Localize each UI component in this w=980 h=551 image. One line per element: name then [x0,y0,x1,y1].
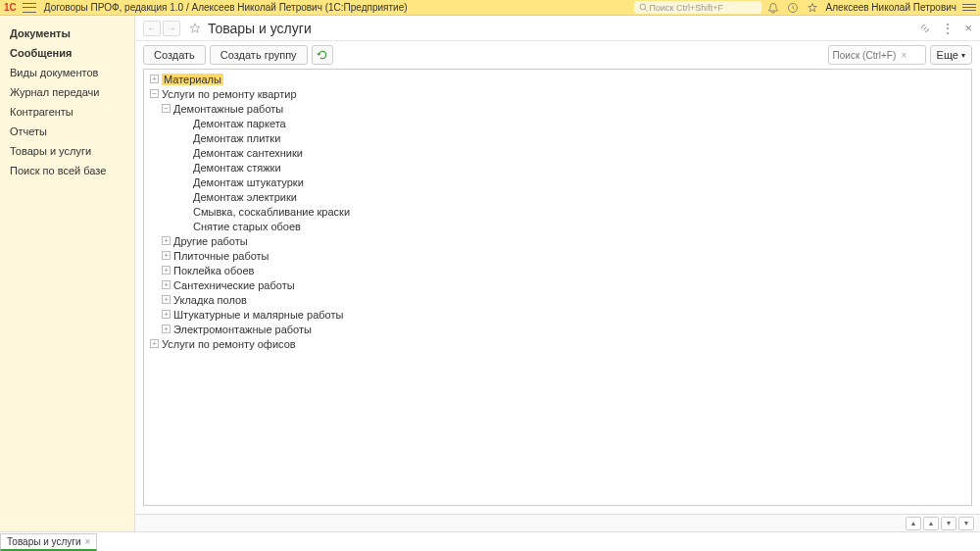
tree-item[interactable]: Смывка, соскабливание краски [144,204,971,219]
tree-item-label: Снятие старых обоев [193,221,301,232]
scroll-down-button[interactable]: ▾ [941,517,956,530]
tree-item[interactable]: Другие работы [144,233,971,248]
tree-item-label: Другие работы [173,235,248,247]
tree-item[interactable]: Демонтаж паркета [144,116,971,130]
tree-item[interactable]: Материалы [144,72,971,86]
sidebar-item[interactable]: Виды документов [0,63,134,82]
link-icon[interactable] [919,23,931,34]
sidebar-item[interactable]: Контрагенты [0,102,134,122]
tree-spacer [181,222,190,230]
page-title: Товары и услуги [208,21,312,36]
refresh-icon [317,49,328,61]
tree-expander-icon[interactable] [162,295,171,304]
search-icon [639,3,648,12]
tree-item-label: Штукатурные и малярные работы [173,309,343,321]
title-bar: 1C Договоры ПРОФ, редакция 1.0 / Алексее… [0,0,980,16]
toolbar: Создать Создать группу × Еще ▾ [135,41,980,69]
tree-item[interactable]: Демонтаж электрики [144,189,971,204]
tree-expander-icon[interactable] [150,339,159,348]
nav-forward-button[interactable]: → [163,21,180,36]
current-user[interactable]: Алексеев Николай Петрович [826,2,956,13]
tree-spacer [181,207,190,216]
tree-item[interactable]: Услуги по ремонту офисов [144,336,971,351]
star-icon[interactable] [807,2,818,14]
tree-item[interactable]: Демонтаж штукатурки [144,175,971,189]
tab-bar: Товары и услуги × [0,531,980,551]
tree-item[interactable]: Укладка полов [144,292,971,307]
tree-view[interactable]: МатериалыУслуги по ремонту квартирДемонт… [143,69,972,506]
tree-item-label: Материалы [162,74,223,85]
status-bar: ▴ ▴ ▾ ▾ [135,514,980,531]
sidebar-item[interactable]: Сообщения [0,43,134,63]
global-search[interactable]: Поиск Ctrl+Shift+F [634,1,761,14]
tree-item[interactable]: Снятие старых обоев [144,219,971,233]
refresh-button[interactable] [312,45,333,65]
tree-item-label: Демонтаж штукатурки [193,176,304,188]
tree-expander-icon[interactable] [150,75,159,83]
tree-item-label: Демонтаж электрики [193,191,297,203]
tree-expander-icon[interactable] [150,89,159,98]
more-button[interactable]: Еще ▾ [930,45,972,65]
tree-expander-icon[interactable] [162,310,171,319]
tree-item[interactable]: Сантехнические работы [144,277,971,292]
tree-item-label: Электромонтажные работы [173,324,312,335]
tree-item[interactable]: Демонтаж стяжки [144,160,971,175]
svg-point-0 [640,4,646,10]
more-menu-icon[interactable]: ⋮ [941,21,955,36]
create-button[interactable]: Создать [143,45,206,65]
tree-item-label: Демонтаж паркета [193,118,286,129]
tab-close-icon[interactable]: × [85,536,91,547]
sidebar-item[interactable]: Отчеты [0,122,134,141]
tree-item-label: Демонтаж сантехники [193,147,303,159]
nav-back-button[interactable]: ← [143,21,161,36]
tree-expander-icon[interactable] [162,266,171,275]
tree-item-label: Услуги по ремонту квартир [162,88,297,100]
bell-icon[interactable] [767,2,779,14]
sidebar-item[interactable]: Журнал передачи [0,82,134,102]
tree-expander-icon[interactable] [162,104,171,113]
tree-item[interactable]: Плиточные работы [144,248,971,263]
svg-line-1 [645,9,647,11]
scroll-up-button[interactable]: ▴ [923,517,939,530]
tree-item[interactable]: Штукатурные и малярные работы [144,307,971,322]
app-logo: 1C [4,2,17,13]
tree-item-label: Демонтаж стяжки [193,162,281,174]
tree-item-label: Поклейка обоев [173,265,254,276]
list-search-input[interactable] [833,50,902,61]
scroll-top-button[interactable]: ▴ [906,517,921,530]
tree-spacer [181,119,190,127]
favorite-star-icon[interactable] [188,22,202,35]
tree-spacer [181,133,190,142]
tree-spacer [181,177,190,186]
tree-expander-icon[interactable] [162,251,171,260]
settings-menu-icon[interactable] [962,4,976,11]
clear-search-icon[interactable]: × [902,50,907,61]
tab-label: Товары и услуги [7,536,81,547]
tree-item[interactable]: Демонтаж сантехники [144,145,971,160]
tab-goods-services[interactable]: Товары и услуги × [0,533,97,551]
tree-expander-icon[interactable] [162,280,171,289]
create-group-button[interactable]: Создать группу [210,45,308,65]
tree-expander-icon[interactable] [162,325,171,333]
tree-item[interactable]: Демонтаж плитки [144,130,971,145]
tree-item[interactable]: Услуги по ремонту квартир [144,86,971,101]
tree-item-label: Плиточные работы [173,250,270,262]
close-icon[interactable]: × [964,21,972,35]
window-title: Договоры ПРОФ, редакция 1.0 / Алексеев Н… [44,2,408,13]
list-search[interactable]: × [828,45,926,65]
scroll-bottom-button[interactable]: ▾ [958,517,974,530]
tree-spacer [181,192,190,201]
sidebar-item[interactable]: Поиск по всей базе [0,161,134,180]
tree-item-label: Смывка, соскабливание краски [193,206,350,218]
tree-item[interactable]: Поклейка обоев [144,263,971,277]
sidebar-item[interactable]: Товары и услуги [0,141,134,161]
tree-expander-icon[interactable] [162,236,171,245]
tree-item[interactable]: Демонтажные работы [144,101,971,116]
global-search-placeholder: Поиск Ctrl+Shift+F [650,3,723,13]
sidebar-item[interactable]: Документы [0,24,134,43]
history-icon[interactable] [787,2,799,14]
tree-item-label: Услуги по ремонту офисов [162,338,296,350]
menu-icon[interactable] [23,3,36,13]
tree-item[interactable]: Электромонтажные работы [144,322,971,336]
tree-item-label: Демонтажные работы [173,103,283,115]
